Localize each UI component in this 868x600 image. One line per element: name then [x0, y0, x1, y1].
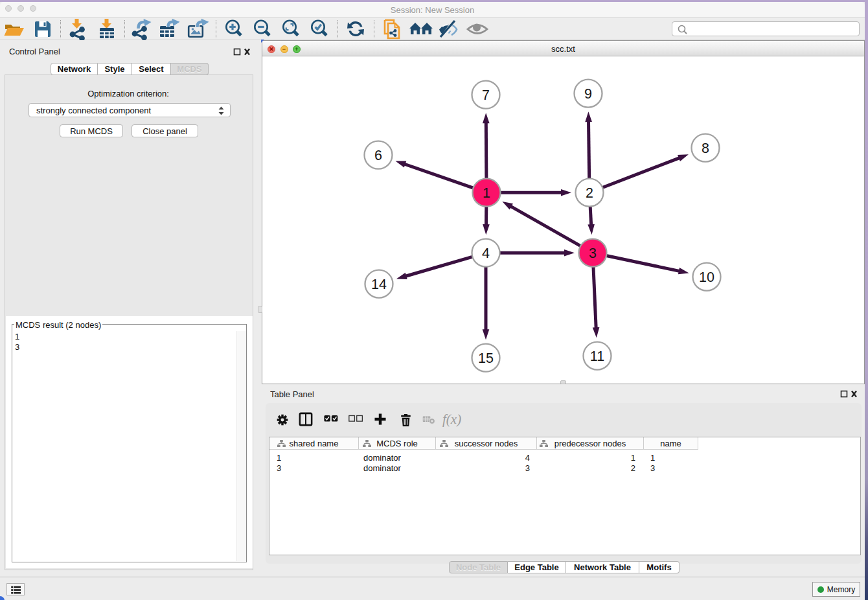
svg-text:10: 10 — [699, 270, 714, 285]
svg-text:6: 6 — [374, 148, 382, 163]
svg-text:1: 1 — [483, 185, 490, 201]
svg-text:8: 8 — [702, 141, 709, 156]
svg-text:14: 14 — [371, 277, 387, 292]
svg-text:3: 3 — [589, 246, 597, 261]
svg-text:9: 9 — [584, 86, 592, 102]
svg-text:2: 2 — [586, 185, 593, 201]
svg-text:7: 7 — [482, 87, 490, 103]
svg-text:15: 15 — [478, 351, 494, 366]
svg-text:4: 4 — [482, 246, 490, 261]
svg-text:11: 11 — [590, 349, 604, 364]
